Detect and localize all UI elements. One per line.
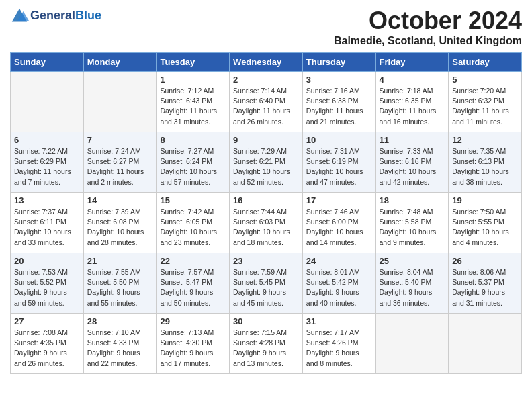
calendar-header: GeneralBlue October 2024 Balmedie, Scotl… (10, 7, 522, 47)
calendar-cell (375, 314, 449, 374)
calendar-cell: 13Sunrise: 7:37 AMSunset: 6:11 PMDayligh… (11, 193, 84, 253)
day-number: 22 (160, 256, 226, 266)
day-number: 28 (87, 316, 153, 326)
day-info: Sunrise: 7:18 AMSunset: 6:35 PMDaylight:… (380, 86, 445, 127)
calendar-week-row: 27Sunrise: 7:08 AMSunset: 4:35 PMDayligh… (11, 314, 522, 374)
calendar-cell: 4Sunrise: 7:18 AMSunset: 6:35 PMDaylight… (375, 72, 449, 132)
calendar-week-row: 13Sunrise: 7:37 AMSunset: 6:11 PMDayligh… (11, 193, 522, 253)
day-info: Sunrise: 7:29 AMSunset: 6:21 PMDaylight:… (233, 146, 299, 187)
day-info: Sunrise: 7:15 AMSunset: 4:28 PMDaylight:… (233, 328, 299, 369)
calendar-cell (449, 314, 522, 374)
day-info: Sunrise: 7:35 AMSunset: 6:13 PMDaylight:… (452, 146, 518, 187)
day-number: 7 (87, 135, 153, 145)
day-number: 2 (233, 75, 299, 85)
day-number: 16 (233, 195, 299, 205)
calendar-table: SundayMondayTuesdayWednesdayThursdayFrid… (10, 52, 522, 374)
day-info: Sunrise: 7:50 AMSunset: 5:55 PMDaylight:… (452, 207, 518, 248)
day-number: 25 (380, 256, 445, 266)
calendar-cell: 9Sunrise: 7:29 AMSunset: 6:21 PMDaylight… (230, 132, 303, 193)
day-info: Sunrise: 7:42 AMSunset: 6:05 PMDaylight:… (160, 207, 226, 248)
logo-text-line1: GeneralBlue (30, 9, 101, 23)
day-number: 4 (380, 75, 445, 85)
day-number: 12 (452, 135, 518, 145)
day-number: 10 (306, 135, 372, 145)
day-info: Sunrise: 7:31 AMSunset: 6:19 PMDaylight:… (306, 146, 372, 187)
weekday-header-sunday: Sunday (11, 53, 84, 72)
calendar-cell: 17Sunrise: 7:46 AMSunset: 6:00 PMDayligh… (302, 193, 375, 253)
day-number: 8 (160, 135, 226, 145)
weekday-header-friday: Friday (375, 53, 449, 72)
weekday-header-saturday: Saturday (449, 53, 522, 72)
day-number: 27 (14, 316, 80, 326)
logo-icon (10, 7, 29, 26)
day-info: Sunrise: 7:17 AMSunset: 4:26 PMDaylight:… (306, 328, 372, 369)
day-number: 13 (14, 195, 80, 205)
calendar-week-row: 20Sunrise: 7:53 AMSunset: 5:52 PMDayligh… (11, 253, 522, 314)
day-info: Sunrise: 7:46 AMSunset: 6:00 PMDaylight:… (306, 207, 372, 248)
day-number: 30 (233, 316, 299, 326)
weekday-header-wednesday: Wednesday (230, 53, 303, 72)
day-info: Sunrise: 8:04 AMSunset: 5:40 PMDaylight:… (380, 267, 445, 308)
day-info: Sunrise: 7:37 AMSunset: 6:11 PMDaylight:… (14, 207, 80, 248)
calendar-cell: 2Sunrise: 7:14 AMSunset: 6:40 PMDaylight… (230, 72, 303, 132)
calendar-cell: 30Sunrise: 7:15 AMSunset: 4:28 PMDayligh… (230, 314, 303, 374)
calendar-cell: 25Sunrise: 8:04 AMSunset: 5:40 PMDayligh… (375, 253, 449, 314)
calendar-cell (83, 72, 157, 132)
day-info: Sunrise: 7:57 AMSunset: 5:47 PMDaylight:… (160, 267, 226, 308)
day-info: Sunrise: 7:20 AMSunset: 6:32 PMDaylight:… (452, 86, 518, 127)
logo: GeneralBlue (10, 7, 101, 26)
day-number: 23 (233, 256, 299, 266)
weekday-header-row: SundayMondayTuesdayWednesdayThursdayFrid… (11, 53, 522, 72)
day-info: Sunrise: 7:39 AMSunset: 6:08 PMDaylight:… (87, 207, 153, 248)
day-info: Sunrise: 7:27 AMSunset: 6:24 PMDaylight:… (160, 146, 226, 187)
day-info: Sunrise: 7:24 AMSunset: 6:27 PMDaylight:… (87, 146, 153, 187)
day-number: 9 (233, 135, 299, 145)
calendar-cell: 21Sunrise: 7:55 AMSunset: 5:50 PMDayligh… (83, 253, 157, 314)
day-info: Sunrise: 7:59 AMSunset: 5:45 PMDaylight:… (233, 267, 299, 308)
day-info: Sunrise: 8:01 AMSunset: 5:42 PMDaylight:… (306, 267, 372, 308)
calendar-cell: 10Sunrise: 7:31 AMSunset: 6:19 PMDayligh… (302, 132, 375, 193)
day-info: Sunrise: 7:33 AMSunset: 6:16 PMDaylight:… (380, 146, 445, 187)
day-number: 20 (14, 256, 80, 266)
calendar-week-row: 6Sunrise: 7:22 AMSunset: 6:29 PMDaylight… (11, 132, 522, 193)
weekday-header-tuesday: Tuesday (157, 53, 230, 72)
day-number: 29 (160, 316, 226, 326)
calendar-week-row: 1Sunrise: 7:12 AMSunset: 6:43 PMDaylight… (11, 72, 522, 132)
day-number: 1 (160, 75, 226, 85)
calendar-cell: 16Sunrise: 7:44 AMSunset: 6:03 PMDayligh… (230, 193, 303, 253)
day-info: Sunrise: 7:08 AMSunset: 4:35 PMDaylight:… (14, 328, 80, 369)
day-info: Sunrise: 7:55 AMSunset: 5:50 PMDaylight:… (87, 267, 153, 308)
weekday-header-thursday: Thursday (302, 53, 375, 72)
day-info: Sunrise: 7:14 AMSunset: 6:40 PMDaylight:… (233, 86, 299, 127)
calendar-cell: 15Sunrise: 7:42 AMSunset: 6:05 PMDayligh… (157, 193, 230, 253)
day-info: Sunrise: 7:12 AMSunset: 6:43 PMDaylight:… (160, 86, 226, 127)
calendar-cell: 7Sunrise: 7:24 AMSunset: 6:27 PMDaylight… (83, 132, 157, 193)
calendar-cell: 28Sunrise: 7:10 AMSunset: 4:33 PMDayligh… (83, 314, 157, 374)
day-number: 14 (87, 195, 153, 205)
weekday-header-monday: Monday (83, 53, 157, 72)
day-info: Sunrise: 7:48 AMSunset: 5:58 PMDaylight:… (380, 207, 445, 248)
day-number: 18 (380, 195, 445, 205)
calendar-cell: 12Sunrise: 7:35 AMSunset: 6:13 PMDayligh… (449, 132, 522, 193)
calendar-cell (11, 72, 84, 132)
calendar-title: October 2024 (334, 7, 522, 35)
calendar-cell: 23Sunrise: 7:59 AMSunset: 5:45 PMDayligh… (230, 253, 303, 314)
day-info: Sunrise: 7:16 AMSunset: 6:38 PMDaylight:… (306, 86, 372, 127)
day-number: 6 (14, 135, 80, 145)
calendar-cell: 27Sunrise: 7:08 AMSunset: 4:35 PMDayligh… (11, 314, 84, 374)
calendar-page: GeneralBlue October 2024 Balmedie, Scotl… (0, 0, 532, 381)
day-info: Sunrise: 7:10 AMSunset: 4:33 PMDaylight:… (87, 328, 153, 369)
day-info: Sunrise: 7:44 AMSunset: 6:03 PMDaylight:… (233, 207, 299, 248)
title-area: October 2024 Balmedie, Scotland, United … (334, 7, 522, 47)
calendar-cell: 6Sunrise: 7:22 AMSunset: 6:29 PMDaylight… (11, 132, 84, 193)
day-number: 5 (452, 75, 518, 85)
calendar-cell: 31Sunrise: 7:17 AMSunset: 4:26 PMDayligh… (302, 314, 375, 374)
day-info: Sunrise: 7:53 AMSunset: 5:52 PMDaylight:… (14, 267, 80, 308)
calendar-cell: 11Sunrise: 7:33 AMSunset: 6:16 PMDayligh… (375, 132, 449, 193)
calendar-cell: 20Sunrise: 7:53 AMSunset: 5:52 PMDayligh… (11, 253, 84, 314)
day-info: Sunrise: 7:13 AMSunset: 4:30 PMDaylight:… (160, 328, 226, 369)
day-number: 17 (306, 195, 372, 205)
day-number: 31 (306, 316, 372, 326)
calendar-cell: 19Sunrise: 7:50 AMSunset: 5:55 PMDayligh… (449, 193, 522, 253)
calendar-cell: 1Sunrise: 7:12 AMSunset: 6:43 PMDaylight… (157, 72, 230, 132)
